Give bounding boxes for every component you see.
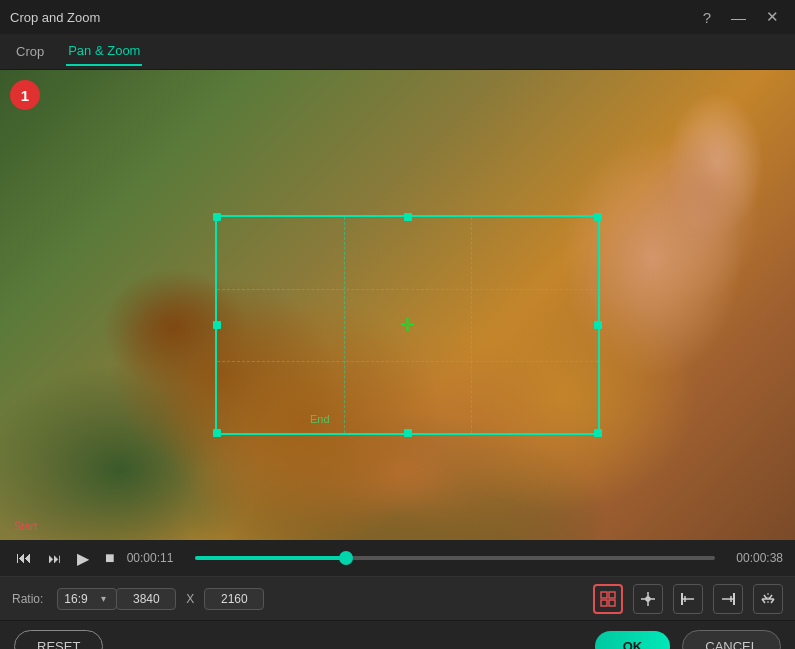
dog-scene [0,70,795,540]
title-bar-controls: ? — ✕ [697,6,785,28]
dimension-x-separator: X [186,592,194,606]
width-input[interactable] [116,588,176,610]
ratio-label: Ratio: [12,592,43,606]
current-time: 00:00:11 [127,551,183,565]
end-label: End [310,413,330,425]
tab-pan-zoom[interactable]: Pan & Zoom [66,37,142,66]
flip-button[interactable] [753,584,783,614]
close-button[interactable]: ✕ [760,6,785,28]
skip-back-button[interactable]: ⏮ [12,547,36,569]
help-button[interactable]: ? [697,7,717,28]
play-button[interactable]: ▶ [73,547,93,570]
playback-bar: ⏮ ⏭ ▶ ■ 00:00:11 00:00:38 [0,540,795,576]
video-area: 1 Start ✛ End [0,70,795,540]
svg-rect-1 [609,592,615,598]
step-frame-button[interactable]: ⏭ [44,549,65,568]
cancel-button[interactable]: CANCEL [682,630,781,649]
svg-rect-3 [609,600,615,606]
progress-thumb[interactable] [339,551,353,565]
ratio-select[interactable]: 16:9 4:3 1:1 9:16 [57,588,117,610]
bottom-controls-bar: Ratio: 16:9 4:3 1:1 9:16 ▾ X [0,576,795,620]
action-bar: RESET OK CANCEL [0,620,795,649]
fit-to-frame-button[interactable] [593,584,623,614]
reset-button[interactable]: RESET [14,630,103,649]
total-time: 00:00:38 [727,551,783,565]
progress-fill [195,556,346,560]
svg-rect-2 [601,600,607,606]
align-left-button[interactable] [673,584,703,614]
minimize-button[interactable]: — [725,7,752,28]
stop-button[interactable]: ■ [101,547,119,569]
center-button[interactable] [633,584,663,614]
height-input[interactable] [204,588,264,610]
svg-rect-0 [601,592,607,598]
progress-track[interactable] [195,556,715,560]
tab-crop[interactable]: Crop [14,38,46,65]
start-label: Start [14,520,37,532]
align-right-button[interactable] [713,584,743,614]
keyframe-badge: 1 [10,80,40,110]
window-title: Crop and Zoom [10,10,100,25]
tab-bar: Crop Pan & Zoom [0,34,795,70]
title-bar: Crop and Zoom ? — ✕ [0,0,795,34]
ok-button[interactable]: OK [595,631,671,649]
